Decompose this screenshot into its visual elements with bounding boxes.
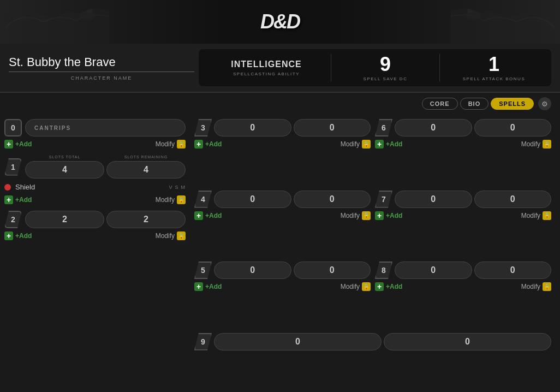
level5-badge: 5 — [194, 262, 212, 279]
level6-count-b: 0 — [474, 119, 552, 136]
level3-modify-button[interactable]: Modify 🔒 — [341, 140, 371, 149]
character-name: St. Bubby the Brave — [9, 55, 194, 72]
character-name-block: St. Bubby the Brave CHARACTER NAME — [9, 49, 194, 86]
level8-modify-label: Modify — [521, 283, 540, 290]
level7-column: 7 0 0 + +Add Modify 🔒 — [375, 191, 551, 258]
s-label: S — [175, 185, 178, 190]
level7-add-icon: + — [375, 211, 384, 220]
settings-gear-icon[interactable]: ⚙ — [538, 97, 551, 110]
right-panels: 3 0 0 + +Add Modify 🔒 6 0 0 — [190, 115, 556, 392]
level4-add-label: +Add — [205, 212, 222, 219]
level7-header: 7 0 0 — [375, 191, 551, 208]
spell-attack-bonus-block: 1 SPELL ATTACK BONUS — [442, 55, 546, 81]
level1-badge: 1 — [4, 158, 22, 176]
level6-modify-label: Modify — [521, 140, 540, 148]
level6-add-label: +Add — [386, 140, 402, 148]
level1-slots-total: 4 — [25, 161, 104, 179]
level2-modify-button[interactable]: Modify 🔒 — [156, 231, 186, 240]
level9-column: 9 0 0 — [194, 333, 551, 388]
level5-add-icon: + — [194, 282, 203, 291]
level1-add-modify-row: + +Add Modify 🔒 — [4, 195, 186, 204]
level4-count-a: 0 — [214, 191, 291, 208]
level5-modify-button[interactable]: Modify 🔒 — [341, 282, 371, 291]
level1-add-icon: + — [4, 195, 13, 204]
level4-badge: 4 — [194, 191, 212, 208]
level8-count-b: 0 — [474, 262, 552, 279]
level8-modify-button[interactable]: Modify 🔒 — [521, 282, 551, 291]
level3-count-a: 0 — [214, 119, 291, 136]
spell-shield-indicator — [4, 184, 11, 191]
level2-lock-icon: 🔒 — [177, 231, 186, 240]
level1-modify-label: Modify — [156, 196, 175, 204]
tab-spells[interactable]: SPELLS — [491, 98, 534, 110]
level3-add-button[interactable]: + +Add — [194, 140, 222, 149]
dragon-left-decoration — [0, 0, 109, 44]
level5-count-b: 0 — [294, 262, 371, 279]
slots-total-label: SLOTS TOTAL — [25, 155, 104, 159]
dnd-logo: D&D — [260, 10, 300, 33]
level4-count-b: 0 — [294, 191, 371, 208]
cantrip-block: 0 CANTRIPS + +Add Modify 🔒 — [4, 119, 186, 149]
level2-modify-label: Modify — [156, 232, 175, 240]
left-panel: 0 CANTRIPS + +Add Modify 🔒 1 — [4, 115, 190, 392]
spell-save-dc-label: SPELL SAVE DC — [364, 76, 408, 81]
cantrip-modify-button[interactable]: Modify 🔒 — [156, 140, 186, 149]
level7-badge: 7 — [375, 191, 392, 208]
spellcasting-ability-value: INTELLIGENCE — [231, 60, 301, 69]
level6-header: 6 0 0 — [375, 119, 551, 136]
level1-modify-button[interactable]: Modify 🔒 — [156, 195, 186, 204]
spell-attack-bonus-label: SPELL ATTACK BONUS — [463, 76, 525, 81]
spell-save-dc-value: 9 — [380, 55, 391, 74]
level6-column: 6 0 0 + +Add Modify 🔒 — [375, 119, 551, 186]
slots-remaining-label: SLOTS REMAINING — [106, 155, 186, 159]
level3-add-label: +Add — [205, 140, 222, 148]
level5-modify-label: Modify — [341, 283, 360, 290]
level2-block: 2 2 2 + +Add Modify 🔒 — [4, 211, 186, 240]
level9-header: 9 0 0 — [194, 333, 551, 351]
spell-stats-block: INTELLIGENCE SPELLCASTING ABILITY 9 SPEL… — [199, 49, 551, 86]
level2-slots-remaining: 2 — [106, 211, 186, 228]
cantrip-add-button[interactable]: + +Add — [4, 140, 32, 149]
level1-add-label: +Add — [15, 196, 32, 204]
level6-modify-button[interactable]: Modify 🔒 — [521, 140, 551, 149]
level5-header: 5 0 0 — [194, 262, 371, 279]
level6-add-button[interactable]: + +Add — [375, 140, 402, 149]
level3-badge: 3 — [194, 119, 212, 136]
level4-add-button[interactable]: + +Add — [194, 211, 222, 220]
level3-header: 3 0 0 — [194, 119, 371, 136]
stat-divider-2 — [439, 54, 440, 81]
level5-column: 5 0 0 + +Add Modify 🔒 — [194, 262, 371, 329]
level5-add-button[interactable]: + +Add — [194, 282, 222, 291]
cantrip-add-icon: + — [4, 140, 13, 149]
level8-header: 8 0 0 — [375, 262, 551, 279]
v-label: V — [169, 185, 172, 190]
level5-add-modify-row: + +Add Modify 🔒 — [194, 282, 371, 291]
level1-add-button[interactable]: + +Add — [4, 195, 32, 204]
level4-add-icon: + — [194, 211, 203, 220]
tab-core[interactable]: CORE — [422, 98, 458, 110]
level4-column: 4 0 0 + +Add Modify 🔒 — [194, 191, 371, 258]
tab-bio[interactable]: BIO — [460, 98, 489, 110]
cantrip-add-modify-row: + +Add Modify 🔒 — [4, 140, 186, 149]
level2-add-label: +Add — [15, 232, 32, 240]
level4-lock-icon: 🔒 — [362, 211, 371, 220]
level2-add-button[interactable]: + +Add — [4, 231, 32, 240]
level8-add-icon: + — [375, 282, 384, 291]
level7-modify-label: Modify — [521, 212, 540, 219]
level7-add-button[interactable]: + +Add — [375, 211, 402, 220]
level7-add-modify-row: + +Add Modify 🔒 — [375, 211, 551, 220]
level4-modify-button[interactable]: Modify 🔒 — [341, 211, 371, 220]
level8-add-button[interactable]: + +Add — [375, 282, 402, 291]
level5-count-a: 0 — [214, 262, 291, 279]
level3-add-modify-row: + +Add Modify 🔒 — [194, 140, 371, 149]
cantrip-add-label: +Add — [15, 140, 32, 148]
level6-count-a: 0 — [395, 119, 472, 136]
level5-lock-icon: 🔒 — [362, 282, 371, 291]
level6-add-modify-row: + +Add Modify 🔒 — [375, 140, 551, 149]
spell-shield-name: Shield — [15, 183, 164, 191]
level1-lock-icon: 🔒 — [177, 195, 186, 204]
level2-add-modify-row: + +Add Modify 🔒 — [4, 231, 186, 240]
level4-modify-label: Modify — [341, 212, 360, 219]
level7-modify-button[interactable]: Modify 🔒 — [521, 211, 551, 220]
cantrip-bar: CANTRIPS — [25, 119, 186, 136]
